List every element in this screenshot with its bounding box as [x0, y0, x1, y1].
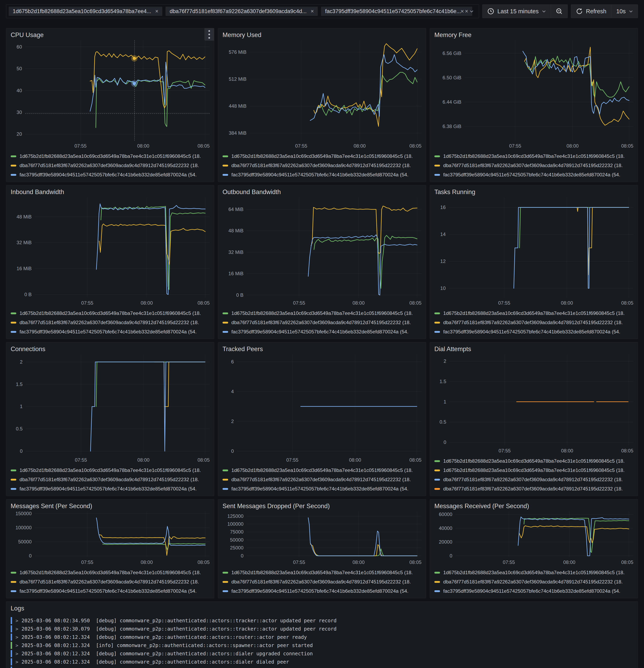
chart-memory-free[interactable]: 6.38 GiB6.44 GiB6.50 GiB6.56 GiB07:5508:…	[434, 40, 633, 150]
legend-item[interactable]: 1d675b2d1fb82688d23a5ea10c69cd3d6549a78b…	[11, 466, 210, 475]
legend-item[interactable]: dba76f77d5181ef83f67a92262a6307def3609ac…	[434, 475, 633, 484]
legend-item[interactable]: fac3795dff39e58904c94511e57425057bfe6c74…	[223, 484, 421, 494]
legend-item[interactable]: 1d675b2d1fb82688d23a5ea10c69cd3d6549a78b…	[223, 568, 421, 577]
log-row[interactable]: >2025-03-06 08:02:12.324[debug]commonwar…	[11, 658, 633, 666]
legend-item[interactable]: dba76f77d5181ef83f67a92262a6307def3609ac…	[223, 577, 421, 587]
chevron-down-icon[interactable]	[469, 10, 474, 13]
legend-item[interactable]: 1d675b2d1fb82688d23a5ea10c69cd3d6549a78b…	[434, 456, 633, 466]
legend-item[interactable]: fac3795dff39e58904c94511e57425057bfe6c74…	[223, 327, 421, 336]
legend-item[interactable]: dba76f77d5181ef83f67a92262a6307def3609ac…	[11, 577, 210, 587]
legend-item[interactable]: fac3795dff39e58904c94511e57425057bfe6c74…	[11, 484, 210, 494]
chart-connections[interactable]: 00.511.5207:5508:0008:05	[11, 354, 210, 464]
filter-chip-label: dba76f77d5181ef83f67a92262a6307def3609ac…	[169, 8, 306, 15]
filter-chip[interactable]: 1d675b2d1fb82688d23a5ea10c69cd3d6549a78b…	[9, 6, 162, 16]
log-row[interactable]: >2025-03-06 08:02:12.286[debug]commonwar…	[11, 666, 633, 668]
time-range-picker[interactable]: Last 15 minutes	[482, 5, 551, 18]
panel-title[interactable]: CPU Usage	[11, 31, 210, 40]
log-text: 2025-03-06 08:02:12.324[debug]commonware…	[21, 651, 313, 656]
log-expand-chevron[interactable]: >	[15, 618, 18, 623]
y-tick-label: 0	[29, 553, 32, 559]
legend-item[interactable]: 1d675b2d1fb82688d23a5ea10c69cd3d6549a78b…	[11, 309, 210, 318]
panel-title[interactable]: Sent Messages Dropped (Per Second)	[223, 502, 421, 511]
chart-cpu-usage[interactable]: 203040506007:5508:0008:05	[11, 40, 210, 150]
legend-item[interactable]: 1d675b2d1fb82688d23a5ea10c69cd3d6549a78b…	[11, 152, 210, 161]
log-expand-chevron[interactable]: >	[15, 635, 18, 640]
chart-sent-messages-dropped-per-second[interactable]: 025000500007500010000012500007:5508:0008…	[223, 511, 421, 566]
y-tick-label: 32 MiB	[16, 240, 32, 245]
chart-memory-used[interactable]: 384 MiB448 MiB512 MiB576 MiB07:5508:0008…	[223, 40, 421, 150]
plot-area	[250, 40, 421, 141]
legend-item[interactable]: fac3795dff39e58904c94511e57425057bfe6c74…	[11, 587, 210, 596]
legend-item[interactable]: fac3795dff39e58904c94511e57425057bfe6c74…	[434, 327, 633, 336]
legend-item[interactable]: 1d675b2d1fb82688d23a5ea10c69cd3d6549a78b…	[434, 309, 633, 318]
legend-item[interactable]: dba76f77d5181ef83f67a92262a6307def3609ac…	[11, 475, 210, 484]
filter-chip[interactable]: dba76f77d5181ef83f67a92262a6307def3609ac…	[166, 6, 318, 16]
legend: 1d675b2d1fb82688d23a5ea10c69cd3d6549a78b…	[223, 152, 421, 179]
remove-filter-icon[interactable]: ×	[311, 9, 314, 14]
chart-inbound-bandwidth[interactable]: 0 B16 MiB32 MiB48 MiB07:5508:0008:05	[11, 197, 210, 307]
chart-messages-received-per-second[interactable]: 020000400006000007:5508:0008:05	[434, 511, 633, 566]
kebab-dot	[208, 37, 210, 39]
panel-menu-icon[interactable]	[205, 28, 214, 41]
legend-item[interactable]: 1d675b2d1fb82688d23a5ea10c69cd3d6549a78b…	[11, 568, 210, 577]
refresh-interval-dropdown[interactable]: 10s	[611, 5, 638, 18]
panel-title[interactable]: Logs	[11, 604, 633, 614]
panel-title[interactable]: Messages Received (Per Second)	[434, 502, 633, 511]
chart-tracked-peers[interactable]: 024607:5508:0008:05	[223, 354, 421, 464]
legend-item[interactable]: dba76f77d5181ef83f67a92262a6307def3609ac…	[434, 577, 633, 587]
legend-item[interactable]: fac3795dff39e58904c94511e57425057bfe6c74…	[11, 327, 210, 336]
legend-item[interactable]: dba76f77d5181ef83f67a92262a6307def3609ac…	[434, 161, 633, 170]
log-expand-chevron[interactable]: >	[15, 626, 18, 632]
panel-title[interactable]: Tasks Running	[434, 188, 633, 197]
log-row[interactable]: >2025-03-06 08:02:30.079[debug]commonwar…	[11, 625, 633, 633]
legend-swatch-blue	[434, 479, 440, 481]
remove-filter-icon[interactable]: ×	[155, 9, 159, 14]
log-row[interactable]: >2025-03-06 08:02:12.324[debug]commonwar…	[11, 633, 633, 641]
log-row[interactable]: >2025-03-06 08:02:12.324[info]commonware…	[11, 641, 633, 650]
log-row[interactable]: >2025-03-06 08:02:34.950[debug]commonwar…	[11, 617, 633, 625]
log-expand-chevron[interactable]: >	[15, 651, 18, 656]
x-axis: 07:5508:0008:05	[455, 557, 633, 566]
y-tick-label: 30	[16, 109, 22, 115]
legend-item[interactable]: 1d675b2d1fb82688d23a5ea10c69cd3d6549a78b…	[434, 568, 633, 577]
zoom-out-button[interactable]	[551, 5, 568, 18]
legend-item[interactable]: dba76f77d5181ef83f67a92262a6307def3609ac…	[434, 484, 633, 494]
chart-dial-attempts[interactable]: 00.511.5207:5508:0008:05	[434, 354, 633, 454]
legend-item[interactable]: fac3795dff39e58904c94511e57425057bfe6c74…	[223, 587, 421, 596]
panel-title[interactable]: Messages Sent (Per Second)	[11, 502, 210, 511]
legend-item[interactable]: fac3795dff39e58904c94511e57425057bfe6c74…	[223, 170, 421, 179]
y-tick-label: 6.44 GiB	[443, 99, 461, 105]
chart-messages-sent-per-second[interactable]: 05000010000015000007:5508:0008:05	[11, 511, 210, 566]
panel-title[interactable]: Tracked Peers	[223, 345, 421, 354]
legend-item[interactable]: dba76f77d5181ef83f67a92262a6307def3609ac…	[223, 475, 421, 484]
legend-item[interactable]: dba76f77d5181ef83f67a92262a6307def3609ac…	[223, 161, 421, 170]
log-row[interactable]: >2025-03-06 08:02:12.324[debug]commonwar…	[11, 650, 633, 658]
legend-item[interactable]: fac3795dff39e58904c94511e57425057bfe6c74…	[434, 170, 633, 179]
legend-item[interactable]: fac3795dff39e58904c94511e57425057bfe6c74…	[11, 170, 210, 179]
y-tick-label: 32 MiB	[228, 249, 243, 255]
panel-title[interactable]: Dial Attempts	[434, 345, 633, 354]
clear-filters-icon[interactable]: ×	[460, 8, 464, 15]
panel-title[interactable]: Inbound Bandwidth	[11, 188, 210, 197]
legend-item[interactable]: 1d675b2d1fb82688d23a5ea10c69cd3d6549a78b…	[223, 152, 421, 161]
legend-item[interactable]: dba76f77d5181ef83f67a92262a6307def3609ac…	[11, 161, 210, 170]
legend-item[interactable]: dba76f77d5181ef83f67a92262a6307def3609ac…	[11, 318, 210, 327]
log-expand-chevron[interactable]: >	[15, 659, 18, 665]
chart-tasks-running[interactable]: 1012141607:5508:0008:05	[434, 197, 633, 307]
legend-item[interactable]: 1d675b2d1fb82688d23a5ea10c69cd3d6549a78b…	[434, 152, 633, 161]
legend-item[interactable]: fac3795dff39e58904c94511e57425057bfe6c74…	[434, 587, 633, 596]
legend-item[interactable]: 1d675b2d1fb82688d23a5ea10c69cd3d6549a78b…	[223, 466, 421, 475]
refresh-button[interactable]: Refresh	[571, 5, 611, 18]
panel-title[interactable]: Memory Free	[434, 31, 633, 40]
legend-item[interactable]: dba76f77d5181ef83f67a92262a6307def3609ac…	[434, 318, 633, 327]
legend-item[interactable]: 1d675b2d1fb82688d23a5ea10c69cd3d6549a78b…	[434, 466, 633, 475]
filter-chip[interactable]: fac3795dff39e58904c94511e57425057bfe6c74…	[321, 6, 472, 16]
panel-title[interactable]: Memory Used	[223, 31, 421, 40]
legend-item[interactable]: dba76f77d5181ef83f67a92262a6307def3609ac…	[223, 318, 421, 327]
legend-item[interactable]: 1d675b2d1fb82688d23a5ea10c69cd3d6549a78b…	[223, 309, 421, 318]
panel-title[interactable]: Connections	[11, 345, 210, 354]
chart-outbound-bandwidth[interactable]: 0 B16 MiB32 MiB48 MiB64 MiB07:5508:0008:…	[223, 197, 421, 307]
series-line-yellow	[314, 44, 417, 126]
panel-title[interactable]: Outbound Bandwidth	[223, 188, 421, 197]
log-expand-chevron[interactable]: >	[15, 643, 18, 648]
